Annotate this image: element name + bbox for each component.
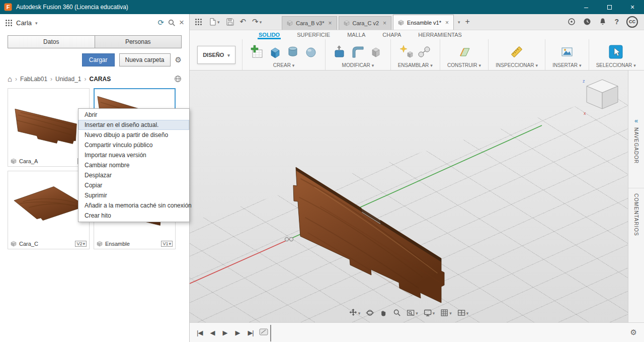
timeline-position-marker[interactable] (270, 325, 271, 341)
thumbnail-cara-a[interactable] (8, 89, 89, 156)
group-label-construir[interactable]: CONSTRUIR (447, 62, 481, 68)
ribbon-tab-malla[interactable]: MALLA (346, 32, 366, 39)
measure-button[interactable] (510, 45, 524, 59)
rail-comments[interactable]: COMENTARIOS (628, 188, 644, 241)
workspace-selector[interactable]: DISEÑO (197, 46, 235, 64)
item-name: Ensamble (105, 241, 130, 247)
group-label-seleccionar[interactable]: SELECCIONAR (596, 62, 636, 68)
context-menu-item-cambiar-nombre[interactable]: Cambiar nombre (78, 160, 189, 170)
version-badge[interactable]: V1 (161, 241, 173, 247)
search-icon[interactable] (168, 19, 176, 27)
context-menu-item-importar[interactable]: Importar nueva versión (78, 150, 189, 160)
redo-button[interactable] (252, 17, 262, 26)
version-badge[interactable]: V2 (75, 241, 87, 247)
tile-cara-a[interactable]: Cara_A V (8, 88, 90, 167)
tab-list-button[interactable] (458, 18, 460, 25)
pan-button[interactable] (378, 308, 388, 318)
upload-button[interactable]: Cargar (82, 53, 115, 66)
joint-button[interactable] (417, 45, 431, 59)
context-menu-item-copiar[interactable]: Copiar (78, 180, 189, 190)
close-button[interactable] (621, 0, 644, 14)
thumbnail-cara-c[interactable] (8, 171, 89, 238)
zoom-window-button[interactable] (406, 308, 419, 318)
go-to-start-button[interactable] (197, 329, 202, 336)
view-cube[interactable]: z x (579, 74, 622, 119)
timeline-settings-icon[interactable] (630, 328, 637, 337)
doc-tab-cara-c[interactable]: Cara_C v2 × (339, 16, 392, 30)
breadcrumb-root[interactable]: FabLab01 (20, 76, 47, 83)
minimize-button[interactable] (575, 0, 598, 14)
rail-navigator[interactable]: NAVEGADOR (628, 112, 644, 169)
ribbon-tab-chapa[interactable]: CHAPA (381, 32, 402, 39)
zoom-button[interactable] (392, 308, 402, 318)
extensions-icon[interactable] (568, 18, 576, 26)
apps-grid-icon[interactable] (5, 19, 13, 27)
context-menu-item-nuevo-dibujo[interactable]: Nuevo dibujo a partir de diseño (78, 130, 189, 140)
move-button[interactable] (348, 308, 362, 318)
fillet-button[interactable] (351, 45, 365, 59)
home-icon[interactable] (8, 75, 12, 83)
new-component-button[interactable] (399, 45, 413, 59)
avatar[interactable]: CC (626, 16, 638, 28)
shell-button[interactable] (369, 45, 383, 59)
tab-close-icon[interactable]: × (445, 19, 449, 26)
ribbon-tab-superficie[interactable]: SUPERFICIE (296, 32, 331, 39)
context-menu-item-compartir[interactable]: Compartir vínculo público (78, 140, 189, 150)
group-label-ensamblar[interactable]: ENSAMBLAR (398, 62, 433, 68)
extrude-button[interactable] (268, 45, 282, 59)
context-menu-item-abrir[interactable]: Abrir (78, 110, 189, 120)
press-pull-button[interactable] (333, 45, 347, 59)
new-tab-button[interactable] (465, 17, 470, 26)
step-forward-button[interactable] (235, 329, 240, 336)
item-cube-icon (97, 241, 103, 247)
job-status-icon[interactable] (583, 18, 591, 26)
context-menu-item-desplazar[interactable]: Desplazar (78, 170, 189, 180)
create-sketch-button[interactable] (250, 45, 264, 59)
tab-personas[interactable]: Personas (95, 35, 182, 48)
context-menu-item-crear-hito[interactable]: Crear hito (78, 211, 189, 221)
step-back-button[interactable] (210, 329, 215, 336)
ribbon-tab-herramientas[interactable]: HERRAMIENTAS (417, 32, 463, 39)
new-folder-button[interactable]: Nueva carpeta (119, 53, 171, 66)
notifications-icon[interactable] (599, 18, 607, 26)
go-to-end-button[interactable] (248, 329, 253, 336)
file-menu-button[interactable] (208, 18, 220, 26)
timeline-marker-icon[interactable] (259, 327, 269, 336)
context-menu-item-cache[interactable]: Añadir a la memoria caché sin conexión (78, 200, 189, 211)
ribbon-tab-solido[interactable]: SOLIDO (258, 32, 281, 39)
undo-button[interactable] (240, 17, 247, 26)
grid-settings-button[interactable] (439, 308, 453, 318)
tab-close-icon[interactable]: × (383, 20, 386, 27)
group-label-inspeccionar[interactable]: INSPECCIONAR (496, 62, 538, 68)
orbit-button[interactable] (365, 308, 375, 318)
primitive-sphere-button[interactable] (304, 45, 318, 59)
web-icon[interactable] (174, 75, 182, 83)
tab-datos[interactable]: Datos (8, 35, 95, 48)
group-label-modificar[interactable]: MODIFICAR (342, 62, 374, 68)
help-icon[interactable] (614, 18, 619, 26)
group-label-crear[interactable]: CREAR (273, 62, 295, 68)
context-menu-item-insertar[interactable]: Insertar en el diseño actual. (78, 120, 189, 130)
breadcrumb-folder[interactable]: Unidad_1 (55, 76, 81, 83)
doc-tab-ensamble[interactable]: Ensamble v1* × (393, 15, 454, 30)
tab-close-icon[interactable]: × (328, 20, 332, 27)
primitive-cylinder-button[interactable] (286, 45, 300, 59)
maximize-button[interactable] (598, 0, 621, 14)
tile-cara-c[interactable]: Cara_C V2 (8, 171, 90, 249)
group-label-insertar[interactable]: INSERTAR (552, 62, 581, 68)
context-menu-item-suprimir[interactable]: Suprimir (78, 190, 189, 200)
select-button[interactable] (609, 45, 623, 59)
construct-plane-button[interactable] (457, 45, 471, 59)
play-button[interactable] (222, 329, 227, 336)
viewport[interactable]: z x (190, 71, 628, 322)
save-icon[interactable] (226, 18, 234, 26)
refresh-icon[interactable] (157, 18, 164, 27)
close-panel-icon[interactable] (179, 18, 184, 28)
doc-tab-cara-b[interactable]: Cara_B v3* × (282, 16, 337, 30)
display-settings-button[interactable] (423, 308, 436, 318)
insert-button[interactable] (560, 45, 574, 59)
data-panel-toggle-icon[interactable] (195, 18, 202, 26)
team-selector[interactable]: Carla (16, 19, 32, 27)
settings-gear-icon[interactable] (175, 55, 182, 64)
viewports-button[interactable] (456, 308, 470, 318)
